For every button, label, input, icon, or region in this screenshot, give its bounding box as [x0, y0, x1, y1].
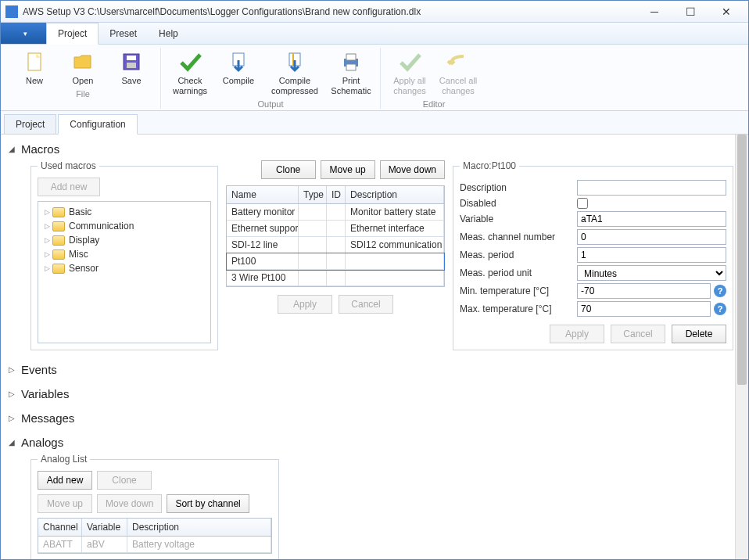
menu-project[interactable]: Project	[46, 23, 99, 45]
file-menu-button[interactable]	[1, 23, 46, 44]
tree-item-basic[interactable]: ▷Basic	[41, 205, 207, 219]
description-field[interactable]	[577, 180, 726, 196]
col-id[interactable]: ID	[327, 186, 346, 203]
new-file-icon	[22, 49, 47, 74]
grid-row-selected[interactable]: Pt100	[227, 253, 444, 270]
ribbon-group-file-label: File	[76, 89, 90, 99]
grid-row[interactable]: Ethernet supportEthernet interface	[227, 221, 444, 237]
ribbon: New Open Save File Check warnings	[1, 45, 748, 111]
analog-sort-button[interactable]: Sort by channel	[167, 494, 249, 513]
col-name[interactable]: Name	[227, 186, 299, 203]
ribbon-group-editor-label: Editor	[423, 99, 446, 109]
vertical-scrollbar[interactable]	[735, 135, 748, 559]
used-macros-legend: Used macros	[38, 160, 99, 171]
tab-configuration[interactable]: Configuration	[58, 114, 137, 135]
scrollbar-thumb[interactable]	[737, 135, 747, 385]
grid-row[interactable]: SDI-12 lineSDI12 communication bus	[227, 237, 444, 253]
folder-icon	[52, 249, 65, 260]
minimize-button[interactable]: ─	[637, 3, 672, 20]
clone-button[interactable]: Clone	[261, 160, 316, 179]
check-icon	[177, 49, 202, 74]
svg-rect-2	[127, 56, 136, 60]
max-temp-field[interactable]	[577, 301, 711, 317]
meas-unit-select[interactable]: Minutes	[577, 265, 726, 281]
compile-compressed-button[interactable]: Compile compressed	[264, 48, 325, 98]
window-title: AWS Setup V3 C:\Users\marcelf\Documents\…	[23, 6, 637, 17]
section-messages-header[interactable]: ▷Messages	[9, 410, 733, 426]
analog-list-fieldset: Analog List Add new Clone Move up Move d…	[30, 454, 279, 559]
caret-down-icon: ◢	[9, 145, 18, 153]
col-type[interactable]: Type	[299, 186, 327, 203]
caret-right-icon: ▷	[9, 414, 18, 422]
compile-compressed-icon	[282, 49, 307, 74]
titlebar: AWS Setup V3 C:\Users\marcelf\Documents\…	[1, 1, 748, 23]
undo-arrow-icon	[446, 49, 471, 74]
grid-row[interactable]: Battery monitorMonitor battery state	[227, 204, 444, 221]
printer-icon	[339, 49, 364, 74]
analog-grid[interactable]: Channel Variable Description ABATT aBV B…	[38, 518, 272, 554]
section-macros-header[interactable]: ◢ Macros	[9, 141, 733, 157]
macro-grid[interactable]: Name Type ID Description Battery monitor…	[226, 185, 445, 287]
print-schematic-button[interactable]: Print Schematic	[328, 48, 374, 98]
folder-icon	[52, 207, 65, 217]
document-tabs: Project Configuration	[1, 111, 748, 135]
macro-tree[interactable]: ▷Basic ▷Communication ▷Display ▷Misc ▷Se…	[38, 201, 211, 343]
analog-move-down-button: Move down	[97, 494, 162, 513]
move-down-button[interactable]: Move down	[380, 160, 445, 179]
svg-rect-0	[28, 53, 41, 70]
apply-check-icon	[397, 49, 422, 74]
menu-strip: Project Preset Help	[1, 23, 748, 45]
folder-icon	[52, 235, 65, 246]
variable-field[interactable]	[577, 211, 726, 227]
check-warnings-button[interactable]: Check warnings	[167, 48, 213, 98]
caret-right-icon: ▷	[9, 365, 18, 374]
macro-apply-button: Apply	[278, 295, 332, 314]
macro-detail-fieldset: Macro:Pt100 Description Disabled Variabl…	[453, 160, 733, 350]
folder-icon	[52, 221, 65, 232]
section-events-header[interactable]: ▷Events	[9, 361, 733, 378]
new-button[interactable]: New	[12, 48, 57, 88]
tree-item-misc[interactable]: ▷Misc	[41, 247, 207, 261]
tree-item-communication[interactable]: ▷Communication	[41, 219, 207, 233]
move-up-button[interactable]: Move up	[321, 160, 375, 179]
grid-row[interactable]: 3 Wire Pt100	[227, 270, 444, 286]
open-folder-icon	[70, 49, 95, 74]
maximize-button[interactable]: ☐	[673, 3, 708, 20]
macro-detail-title: Macro:Pt100	[460, 160, 519, 171]
add-new-macro-button: Add new	[38, 178, 100, 196]
section-variables-header[interactable]: ▷Variables	[9, 386, 733, 402]
help-icon[interactable]: ?	[714, 285, 726, 297]
meas-channel-field[interactable]	[577, 229, 726, 245]
analog-row[interactable]: ABATT aBV Battery voltage	[38, 537, 271, 553]
section-analogs-header[interactable]: ◢Analogs	[9, 434, 733, 451]
apply-all-button: Apply all changes	[387, 48, 432, 98]
caret-right-icon: ▷	[9, 389, 18, 398]
tree-item-display[interactable]: ▷Display	[41, 233, 207, 247]
disabled-checkbox[interactable]	[577, 198, 588, 209]
open-button[interactable]: Open	[60, 48, 106, 88]
used-macros-fieldset: Used macros Add new ▷Basic ▷Communicatio…	[30, 160, 218, 350]
app-icon	[5, 5, 18, 18]
tab-project[interactable]: Project	[4, 114, 56, 134]
compile-button[interactable]: Compile	[216, 48, 261, 98]
save-disk-icon	[119, 49, 144, 74]
analog-clone-button: Clone	[97, 471, 152, 490]
analog-list-legend: Analog List	[38, 454, 90, 465]
compile-icon	[226, 49, 251, 74]
svg-rect-3	[127, 63, 136, 68]
analog-add-new-button[interactable]: Add new	[38, 471, 92, 490]
close-button[interactable]: ✕	[709, 3, 744, 20]
svg-rect-9	[346, 64, 356, 70]
help-icon[interactable]: ?	[714, 303, 726, 315]
svg-rect-8	[346, 54, 356, 60]
menu-preset[interactable]: Preset	[99, 23, 148, 44]
analog-move-up-button: Move up	[38, 494, 92, 513]
meas-period-field[interactable]	[577, 247, 726, 263]
col-desc[interactable]: Description	[346, 186, 444, 203]
tree-item-sensor[interactable]: ▷Sensor	[41, 261, 207, 275]
detail-apply-button: Apply	[550, 325, 604, 343]
detail-delete-button[interactable]: Delete	[672, 325, 726, 343]
menu-help[interactable]: Help	[148, 23, 189, 44]
save-button[interactable]: Save	[109, 48, 154, 88]
min-temp-field[interactable]	[577, 283, 711, 299]
